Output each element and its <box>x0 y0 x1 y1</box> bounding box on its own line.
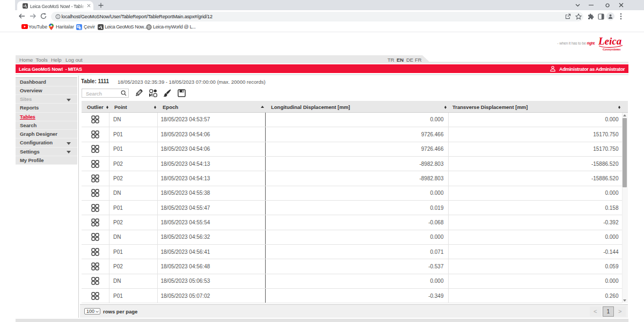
svg-text:Leica: Leica <box>598 35 622 47</box>
svg-text:Geosystems: Geosystems <box>603 47 621 52</box>
